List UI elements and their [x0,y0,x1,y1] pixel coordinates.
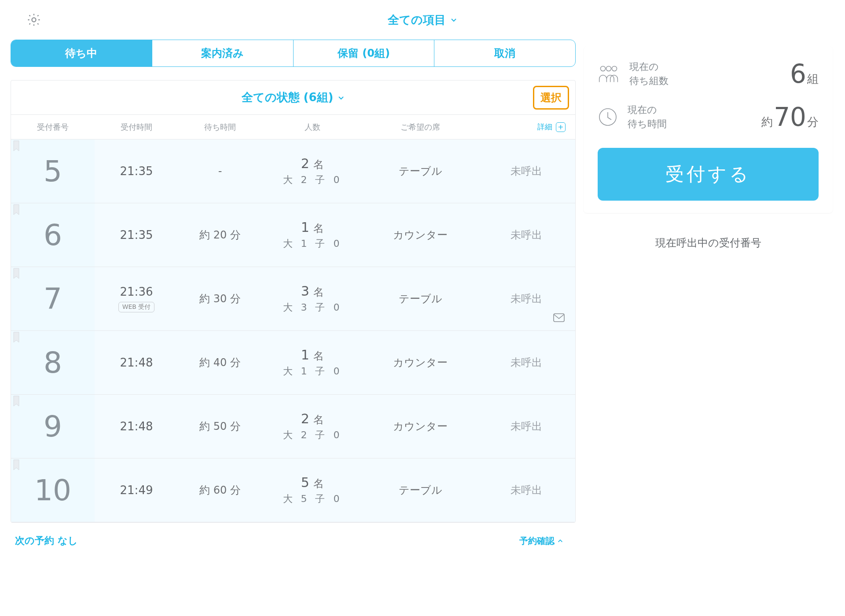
stat-current-wait: 現在の 待ち時間 約 70 分 [598,102,819,132]
state-filter-dropdown[interactable]: 全ての状態 (6組) [11,90,575,105]
row-party: 3 名大 3 子 0 [262,283,363,314]
stat-groups-l1: 現在の [629,60,669,74]
row-number: 10 [34,473,71,507]
row-status: 未呼出 [478,356,575,370]
row-number-cell: 9 [11,395,95,458]
row-seat-pref: テーブル [363,292,478,306]
row-recv-time: 21:48 [95,420,178,433]
gear-icon[interactable] [26,12,41,27]
calling-title: 現在呼出中の受付番号 [598,236,819,250]
col-recv-time: 受付時間 [95,122,178,132]
table-row[interactable]: 521:35-2 名大 2 子 0テーブル未呼出 [11,139,575,203]
row-status: 未呼出 [478,483,575,497]
mail-icon[interactable] [553,313,565,324]
waiting-list: 521:35-2 名大 2 子 0テーブル未呼出621:35約 20 分1 名大… [11,139,575,522]
stat-groups-l2: 待ち組数 [629,74,669,88]
chevron-down-icon [338,94,345,101]
stat-wait-l2: 待ち時間 [628,117,667,131]
stat-wait-prefix: 約 [761,114,773,130]
row-wait-time: - [178,165,262,177]
register-button[interactable]: 受付する [598,148,819,201]
row-status: 未呼出 [478,228,575,242]
stat-groups-suffix: 組 [807,71,819,87]
row-wait-time: 約 20 分 [178,228,262,242]
row-seat-pref: テーブル [363,164,478,178]
row-recv-time: 21:35 [95,228,178,242]
col-number: 受付番号 [11,122,95,132]
row-number: 6 [44,218,62,252]
tab-hold[interactable]: 保留 (0組) [294,40,435,66]
stat-wait-suffix: 分 [807,114,819,130]
row-status: 未呼出 [478,164,575,178]
web-reception-tag: WEB 受付 [118,302,155,312]
row-recv-time: 21:35 [95,165,178,178]
column-headers: 受付番号 受付時間 待ち時間 人数 ご希望の席 詳細 + [11,115,575,139]
row-number-cell: 5 [11,139,95,203]
state-filter-label: 全ての状態 (6組) [242,90,334,105]
table-row[interactable]: 1021:49約 60 分5 名大 5 子 0テーブル未呼出 [11,458,575,522]
row-wait-time: 約 30 分 [178,292,262,306]
row-recv-time: 21:36WEB 受付 [95,285,178,312]
svg-point-4 [612,66,617,71]
row-number: 8 [44,346,62,380]
stat-wait-value: 70 [774,102,806,132]
svg-rect-1 [554,314,564,322]
row-recv-time: 21:48 [95,356,178,369]
table-row[interactable]: 921:48約 50 分2 名大 2 子 0カウンター未呼出 [11,395,575,458]
row-number-cell: 8 [11,331,95,394]
stat-groups-value: 6 [790,59,806,89]
status-tabs: 待ち中 案内済み 保留 (0組) 取消 [11,40,576,67]
row-party: 5 名大 5 子 0 [262,475,363,506]
tab-seated[interactable]: 案内済み [152,40,294,66]
table-row[interactable]: 821:48約 40 分1 名大 1 子 0カウンター未呼出 [11,331,575,395]
next-reservation-label: 次の予約 なし [15,534,78,547]
row-number-cell: 6 [11,203,95,267]
tab-waiting[interactable]: 待ち中 [11,40,152,66]
row-wait-time: 約 60 分 [178,483,262,497]
row-status: 未呼出 [478,419,575,433]
row-party: 2 名大 2 子 0 [262,411,363,442]
row-number: 7 [44,282,62,316]
select-button[interactable]: 選択 [533,86,569,110]
clock-icon [598,107,618,127]
row-number-cell: 10 [11,458,95,522]
table-row[interactable]: 721:36WEB 受付約 30 分3 名大 3 子 0テーブル未呼出 [11,267,575,331]
row-number: 5 [44,154,62,188]
row-wait-time: 約 50 分 [178,419,262,433]
col-party: 人数 [262,122,363,132]
svg-point-2 [600,66,605,71]
table-row[interactable]: 621:35約 20 分1 名大 1 子 0カウンター未呼出 [11,203,575,267]
top-filter-label: 全ての項目 [388,12,446,28]
people-icon [598,63,620,84]
row-seat-pref: カウンター [363,356,478,370]
svg-point-3 [606,66,611,71]
row-seat-pref: テーブル [363,483,478,497]
reservation-confirm-toggle[interactable]: 予約確認 [519,535,563,547]
calling-panel: 現在呼出中の受付番号 [584,223,833,504]
row-party: 1 名大 1 子 0 [262,220,363,250]
row-seat-pref: カウンター [363,228,478,242]
plus-icon: + [556,122,566,132]
row-party: 1 名大 1 子 0 [262,347,363,378]
chevron-up-icon [557,538,563,544]
col-detail-toggle[interactable]: 詳細 + [478,122,575,132]
chevron-down-icon [450,16,457,23]
row-seat-pref: カウンター [363,419,478,433]
row-number: 9 [44,410,62,444]
svg-point-0 [32,18,36,22]
row-party: 2 名大 2 子 0 [262,156,363,187]
row-wait-time: 約 40 分 [178,356,262,370]
col-wait-time: 待ち時間 [178,122,262,132]
stat-current-groups: 現在の 待ち組数 6 組 [598,59,819,89]
row-number-cell: 7 [11,267,95,330]
row-status: 未呼出 [478,292,575,306]
stat-wait-l1: 現在の [628,103,667,117]
tab-cancel[interactable]: 取消 [434,40,575,66]
col-seat: ご希望の席 [363,122,478,132]
row-recv-time: 21:49 [95,484,178,497]
top-filter-dropdown[interactable]: 全ての項目 [388,12,457,28]
